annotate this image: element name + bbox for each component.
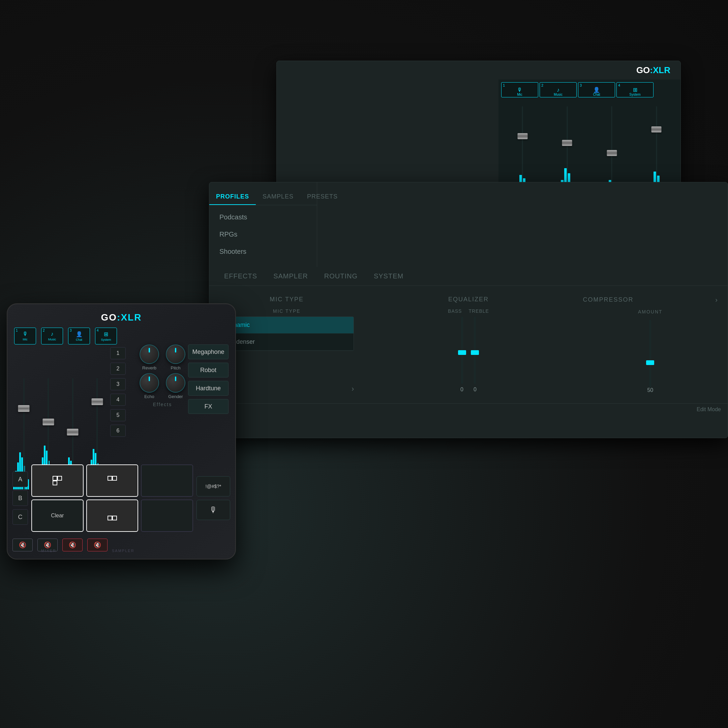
robot-button[interactable]: Robot [188, 362, 228, 378]
device-channel-4: 4 ⊞ System [95, 327, 119, 344]
mute-btn-4[interactable]: 🔇 [87, 538, 107, 551]
settings-tab-effects[interactable]: EFFECTS [216, 267, 265, 286]
svg-rect-0 [53, 476, 57, 480]
mute-btn-1[interactable]: 🔇 [12, 538, 33, 551]
profile-item-shooters[interactable]: Shooters [209, 243, 317, 260]
equalizer-label: EQUALIZER [367, 296, 569, 303]
sampler-btn-c[interactable]: C [12, 509, 28, 525]
bass-label: BASS [448, 308, 462, 314]
pitch-knob[interactable] [166, 344, 185, 364]
mic-type-label: MIC TYPE [219, 296, 354, 303]
back-fader-3[interactable] [607, 150, 617, 156]
num-btn-1[interactable]: 1 [110, 347, 126, 359]
gender-label: Gender [166, 394, 185, 399]
fx-special-button[interactable]: !@#$?* [196, 476, 230, 497]
amount-label: AMOUNT [583, 309, 717, 315]
tab-samples[interactable]: SAMPLES [256, 189, 300, 205]
mute-btn-3[interactable]: 🔇 [62, 538, 83, 551]
numbered-buttons: 1 2 3 4 5 6 [110, 347, 126, 437]
sample-pad-clear[interactable]: Clear [31, 500, 84, 532]
compressor-label: COMPRESSOR [583, 296, 634, 303]
mic-type-condenser[interactable]: Condenser [220, 334, 353, 350]
reverb-knob-group: Reverb [139, 344, 159, 370]
mic-type-section: MIC TYPE MIC TYPE Dynamic Condenser › [219, 296, 354, 393]
device-ch-btn-4[interactable]: 4 ⊞ System [95, 327, 117, 344]
device-channel-1: 1 🎙 Mic [14, 327, 38, 344]
num-btn-2[interactable]: 2 [110, 362, 126, 375]
mic-mute-button[interactable]: 🎙 [196, 500, 230, 520]
settings-tab-sampler[interactable]: SAMPLER [265, 267, 316, 286]
profiles-tabs: PROFILES SAMPLES PRESETS [209, 189, 317, 205]
sampler-right-buttons: !@#$?* 🎙 [196, 465, 230, 532]
fader-3-knob[interactable] [67, 429, 78, 436]
echo-knob-group: Echo [139, 373, 159, 399]
eq-bass-slider: 0 [460, 317, 463, 393]
compressor-thumb[interactable] [646, 360, 654, 365]
num-btn-6[interactable]: 6 [110, 425, 126, 437]
sampler-label: Sampler [112, 549, 135, 553]
back-channel-1[interactable]: 1 🎙 Mic [501, 82, 538, 97]
compressor-slider: 50 [583, 320, 717, 393]
back-channel-4[interactable]: 4 ⊞ System [616, 82, 653, 97]
back-fader-4[interactable] [652, 126, 662, 133]
compressor-expand[interactable]: › [715, 296, 717, 304]
back-fader-1[interactable] [517, 133, 528, 139]
back-fader-2[interactable] [562, 140, 572, 146]
profile-list: Podcasts RPGs Shooters [209, 209, 317, 260]
device-ch-btn-3[interactable]: 3 👤 Chat [68, 327, 90, 344]
svg-rect-3 [108, 476, 112, 480]
reverb-knob[interactable] [139, 344, 159, 364]
back-channel-3[interactable]: 3 👤 Chat [578, 82, 615, 97]
echo-knob[interactable] [139, 373, 159, 393]
device-channel-2: 2 ♪ Music [41, 327, 65, 344]
fader-4-knob[interactable] [91, 398, 103, 405]
device-body: GO:XLR 1 🎙 Mic 2 ♪ Music 3 [7, 303, 236, 560]
treble-label: TREBLE [468, 308, 489, 314]
front-software-window: PROFILES SAMPLES PRESETS Podcasts RPGs S… [209, 182, 728, 438]
sampler-btn-b[interactable]: B [12, 490, 28, 506]
tab-presets[interactable]: PRESETS [300, 189, 344, 205]
sample-pad-2[interactable] [86, 465, 139, 497]
svg-rect-6 [113, 516, 116, 520]
knobs-row-top: Reverb Pitch [129, 344, 196, 370]
mic-type-sublabel: MIC TYPE [219, 308, 354, 314]
sample-pad-5[interactable] [86, 500, 139, 532]
sampler-section: A B C [12, 465, 230, 532]
svg-rect-1 [58, 476, 62, 480]
hardware-device: GO:XLR 1 🎙 Mic 2 ♪ Music 3 [7, 303, 236, 560]
profile-item-podcasts[interactable]: Podcasts [209, 209, 317, 226]
fader-1-knob[interactable] [18, 405, 30, 412]
device-ch-btn-1[interactable]: 1 🎙 Mic [14, 327, 36, 344]
profile-item-rpgs[interactable]: RPGs [209, 226, 317, 243]
sample-pad-6[interactable] [141, 500, 193, 532]
sampler-abc-buttons: A B C [12, 465, 28, 532]
num-btn-3[interactable]: 3 [110, 378, 126, 390]
sample-pad-3[interactable] [141, 465, 193, 497]
settings-tab-routing[interactable]: ROUTING [316, 267, 366, 286]
num-btn-4[interactable]: 4 [110, 394, 126, 406]
settings-tabs: EFFECTS SAMPLER ROUTING SYSTEM [209, 267, 728, 286]
equalizer-section: EQUALIZER BASS TREBLE 0 [367, 296, 569, 393]
mic-type-dynamic[interactable]: Dynamic [220, 317, 353, 334]
eq-treble-thumb[interactable] [471, 350, 479, 355]
gender-knob[interactable] [166, 373, 185, 393]
eq-treble-value: 0 [474, 387, 477, 393]
device-channels: 1 🎙 Mic 2 ♪ Music 3 👤 Chat [14, 327, 119, 344]
back-channel-2[interactable]: 2 ♪ Music [540, 82, 577, 97]
megaphone-button[interactable]: Megaphone [188, 344, 228, 359]
sampler-btn-a[interactable]: A [12, 471, 28, 487]
settings-tab-system[interactable]: SYSTEM [366, 267, 411, 286]
svg-rect-2 [53, 481, 57, 485]
eq-bass-thumb[interactable] [458, 350, 466, 355]
sampler-pads: Clear [31, 465, 193, 532]
tab-profiles[interactable]: PROFILES [209, 189, 256, 205]
mic-type-expand[interactable]: › [352, 385, 354, 393]
effect-buttons: Megaphone Robot Hardtune FX [188, 344, 228, 414]
hardtune-button[interactable]: Hardtune [188, 381, 228, 396]
num-btn-5[interactable]: 5 [110, 409, 126, 421]
fader-2-knob[interactable] [43, 419, 54, 425]
device-ch-btn-2[interactable]: 2 ♪ Music [41, 327, 63, 344]
sample-pad-1[interactable] [31, 465, 84, 497]
fx-button[interactable]: FX [188, 399, 228, 414]
device-channel-3: 3 👤 Chat [68, 327, 92, 344]
